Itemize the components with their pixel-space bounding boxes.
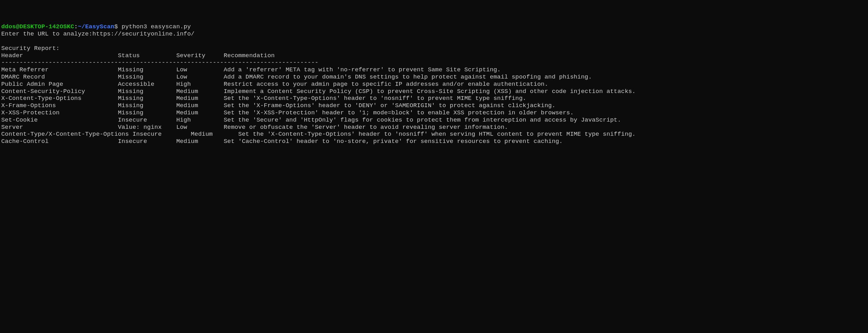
divider-line: ----------------------------------------… <box>1 59 318 66</box>
prompt-user: ddos <box>1 23 16 30</box>
input-prompt-label: Enter the URL to analyze: <box>1 31 92 37</box>
report-row: Public Admin Page Accessible High Restri… <box>1 81 548 88</box>
terminal-output[interactable]: ddos@DESKTOP-142OSKC:~/EasyScan$ python3… <box>1 23 636 145</box>
prompt-colon: : <box>74 23 78 30</box>
report-row: Cache-Control Insecure Medium Set 'Cache… <box>1 138 563 145</box>
report-row: X-Content-Type-Options Missing Medium Se… <box>1 95 526 102</box>
report-row: Server Value: nginx Low Remove or obfusc… <box>1 124 508 131</box>
prompt-host: DESKTOP-142OSKC <box>20 23 74 30</box>
report-row: DMARC Record Missing Low Add a DMARC rec… <box>1 73 592 80</box>
column-headers: Header Status Severity Recommendation <box>1 52 275 59</box>
prompt-path: ~/EasyScan <box>78 23 114 30</box>
report-row: X-Frame-Options Missing Medium Set the '… <box>1 102 555 109</box>
prompt-at: @ <box>16 23 20 30</box>
command-text: python3 easyscan.py <box>118 23 191 30</box>
prompt-dollar: $ <box>114 23 118 30</box>
report-row: X-XSS-Protection Missing Medium Set the … <box>1 109 574 116</box>
report-row: Meta Referrer Missing Low Add a 'referre… <box>1 66 501 73</box>
report-title: Security Report: <box>1 45 60 52</box>
report-row: Set-Cookie Insecure High Set the 'Secure… <box>1 116 621 124</box>
report-row: Content-Type/X-Content-Type-Options Inse… <box>1 131 636 138</box>
report-row: Content-Security-Policy Missing Medium I… <box>1 88 636 95</box>
input-url: https://securityonline.info/ <box>92 31 194 37</box>
